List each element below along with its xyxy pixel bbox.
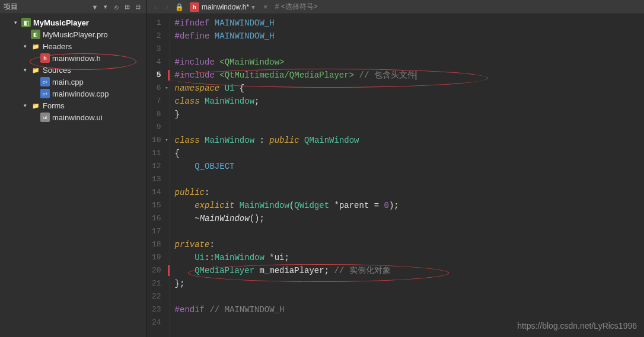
fold-icon[interactable]: ▾ bbox=[165, 134, 168, 147]
source-file-item[interactable]: c+ mainwindow.cpp bbox=[0, 88, 146, 100]
code-line[interactable] bbox=[175, 121, 639, 134]
code-line[interactable]: explicit MainWindow(QWidget *parent = 0)… bbox=[175, 199, 639, 212]
header-file-item[interactable]: h mainwindow.h bbox=[0, 52, 146, 64]
line-number: 6▾ bbox=[147, 82, 170, 95]
folder-icon: 📁 bbox=[31, 101, 40, 110]
add-icon[interactable]: ⊞ bbox=[122, 2, 132, 12]
code-line[interactable]: namespace Ui { bbox=[175, 82, 639, 95]
line-number: 12 bbox=[147, 160, 170, 173]
editor-area: ‹ › 🔒 h mainwindow.h* ▾ × # <选择符号> 12345… bbox=[147, 0, 644, 337]
chevron-down-icon[interactable]: ▾ bbox=[24, 43, 31, 49]
symbol-selector[interactable]: # <选择符号> bbox=[275, 2, 318, 12]
line-number: 9 bbox=[147, 121, 170, 134]
modified-marker bbox=[168, 265, 170, 276]
line-number: 14 bbox=[147, 186, 170, 199]
header-file-icon: h bbox=[190, 2, 199, 12]
line-number: 7 bbox=[147, 95, 170, 108]
sidebar-title: 项目 bbox=[4, 2, 90, 12]
editor-tabs: ‹ › 🔒 h mainwindow.h* ▾ × # <选择符号> bbox=[147, 0, 644, 14]
source-file-label-0: main.cpp bbox=[52, 78, 84, 86]
code-line[interactable]: private: bbox=[175, 238, 639, 251]
line-number: 3 bbox=[147, 43, 170, 56]
line-number: 22 bbox=[147, 290, 170, 303]
project-root[interactable]: ▾ ◧ MyMusicPlayer bbox=[0, 17, 146, 28]
line-number: 21 bbox=[147, 277, 170, 290]
sources-folder[interactable]: ▾ 📁 Sources bbox=[0, 64, 146, 76]
nav-back-button[interactable]: ‹ bbox=[149, 1, 161, 13]
code-line[interactable] bbox=[175, 225, 639, 238]
code-line[interactable]: { bbox=[175, 147, 639, 160]
link-icon[interactable]: ⎋ bbox=[111, 2, 122, 12]
folder-icon: 📁 bbox=[31, 65, 40, 75]
form-file-item[interactable]: ui mainwindow.ui bbox=[0, 111, 146, 123]
line-number: 10▾ bbox=[147, 134, 170, 147]
code-line[interactable]: public: bbox=[175, 186, 639, 199]
tab-dropdown-icon[interactable]: ▾ bbox=[251, 3, 255, 11]
line-number: 23 bbox=[147, 303, 170, 316]
code-line[interactable]: #define MAINWINDOW_H bbox=[175, 30, 639, 43]
tab-close-button[interactable]: × bbox=[263, 2, 268, 11]
line-number: 2 bbox=[147, 30, 170, 43]
line-number: 24 bbox=[147, 316, 170, 329]
editor-body: 123456▾78910▾111213141516171819202122232… bbox=[147, 14, 644, 337]
project-icon: ◧ bbox=[21, 18, 31, 27]
line-number: 17 bbox=[147, 225, 170, 238]
line-number: 15 bbox=[147, 199, 170, 212]
headers-folder[interactable]: ▾ 📁 Headers bbox=[0, 40, 146, 52]
active-tab[interactable]: h mainwindow.h* ▾ bbox=[185, 2, 260, 12]
sidebar-header: 项目 ▼ ▾ ⎋ ⊞ ⊟ bbox=[0, 0, 146, 14]
form-file-label: mainwindow.ui bbox=[52, 113, 103, 122]
code-line[interactable]: }; bbox=[175, 277, 639, 290]
nav-forward-button[interactable]: › bbox=[161, 1, 173, 13]
pro-file-item[interactable]: ◧ MyMusicPlayer.pro bbox=[0, 28, 146, 40]
code-area[interactable]: https://blog.csdn.net/LyRics1996 #ifndef… bbox=[170, 14, 644, 337]
pro-file-icon: ◧ bbox=[31, 30, 40, 39]
line-number: 11 bbox=[147, 147, 170, 160]
cpp-file-icon: c+ bbox=[40, 77, 50, 86]
code-line[interactable]: class MainWindow; bbox=[175, 95, 639, 108]
forms-label: Forms bbox=[43, 101, 65, 110]
sources-label: Sources bbox=[43, 66, 71, 75]
line-number: 18 bbox=[147, 238, 170, 251]
funnel-icon[interactable]: ▾ bbox=[100, 2, 111, 12]
chevron-down-icon[interactable]: ▾ bbox=[14, 20, 21, 25]
chevron-down-icon[interactable]: ▾ bbox=[24, 102, 31, 108]
headers-label: Headers bbox=[43, 42, 72, 51]
line-gutter: 123456▾78910▾111213141516171819202122232… bbox=[147, 14, 170, 337]
line-number: 8 bbox=[147, 108, 170, 121]
code-line[interactable]: QMediaPlayer m_mediaPlayer; // 实例化对象 bbox=[175, 264, 639, 277]
source-file-item[interactable]: c+ main.cpp bbox=[0, 76, 146, 88]
line-number: 5 bbox=[147, 69, 170, 82]
folder-icon: 📁 bbox=[31, 41, 40, 51]
code-line[interactable]: } bbox=[175, 108, 639, 121]
modified-marker bbox=[168, 70, 170, 81]
line-number: 19 bbox=[147, 251, 170, 264]
code-line[interactable]: #endif // MAINWINDOW_H bbox=[175, 303, 639, 316]
watermark: https://blog.csdn.net/LyRics1996 bbox=[517, 319, 637, 332]
code-line[interactable] bbox=[175, 290, 639, 303]
code-line[interactable]: Q_OBJECT bbox=[175, 160, 639, 173]
forms-folder[interactable]: ▾ 📁 Forms bbox=[0, 100, 146, 111]
header-file-label: mainwindow.h bbox=[52, 54, 101, 63]
code-line[interactable]: #include <QtMultimedia/QMediaPlayer> // … bbox=[175, 69, 639, 82]
lock-icon[interactable]: 🔒 bbox=[173, 1, 185, 13]
split-icon[interactable]: ⊟ bbox=[132, 2, 143, 12]
code-line[interactable]: Ui::MainWindow *ui; bbox=[175, 251, 639, 264]
line-number: 16 bbox=[147, 212, 170, 225]
code-line[interactable]: #ifndef MAINWINDOW_H bbox=[175, 17, 639, 30]
fold-icon[interactable]: ▾ bbox=[165, 82, 168, 95]
chevron-down-icon[interactable]: ▾ bbox=[24, 67, 31, 73]
code-line[interactable]: #include <QMainWindow> bbox=[175, 56, 639, 69]
code-line[interactable]: class MainWindow : public QMainWindow bbox=[175, 134, 639, 147]
filter-icon[interactable]: ▼ bbox=[90, 2, 100, 12]
ui-file-icon: ui bbox=[40, 113, 50, 122]
code-line[interactable] bbox=[175, 173, 639, 186]
header-file-icon: h bbox=[40, 53, 50, 63]
line-number: 13 bbox=[147, 173, 170, 186]
code-line[interactable]: ~MainWindow(); bbox=[175, 212, 639, 225]
project-tree: ▾ ◧ MyMusicPlayer ◧ MyMusicPlayer.pro ▾ … bbox=[0, 14, 146, 126]
code-line[interactable] bbox=[175, 43, 639, 56]
cpp-file-icon: c+ bbox=[40, 89, 50, 98]
project-sidebar: 项目 ▼ ▾ ⎋ ⊞ ⊟ ▾ ◧ MyMusicPlayer ◧ MyMusic… bbox=[0, 0, 147, 337]
line-number: 20 bbox=[147, 264, 170, 277]
